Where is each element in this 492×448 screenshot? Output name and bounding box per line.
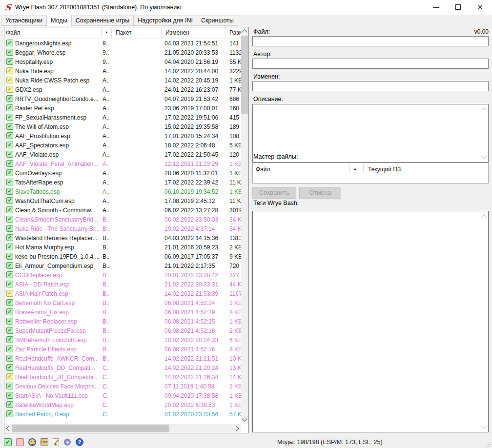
vertical-scroll-thumb[interactable] [241,36,248,114]
table-row[interactable]: ✓SlaveTattoos.espA..06.10.2019 19:34:521… [4,187,241,196]
green-checkbox-icon[interactable]: ✓ [4,438,12,446]
mod-checkbox[interactable]: ✓ [6,271,13,278]
mod-checkbox[interactable]: ✓ [6,308,13,315]
mod-checkbox[interactable]: ✓ [6,281,13,287]
mod-checkbox[interactable]: ✓ [6,383,13,389]
maximize-button[interactable] [447,0,469,15]
table-row[interactable]: ✓WashOutThatCum.espA..17.08.2019 2:45:12… [4,196,241,205]
mod-checkbox[interactable]: ✓ [6,142,13,148]
horizontal-scrollbar[interactable] [4,424,241,433]
table-row[interactable]: ✓Behemoth No Cart.espB..06.08.2021 4:52:… [4,298,241,307]
mod-checkbox[interactable]: ✓ [6,179,13,185]
mod-checkbox[interactable]: ✓ [6,336,13,343]
mod-checkbox[interactable]: ✓ [6,160,13,167]
tab-mods[interactable]: Моды [46,15,72,26]
table-row[interactable]: ✓Raider Pet.espA..23.06.2019 17:00:01160 [4,103,241,113]
table-row[interactable]: ✓Bashed Patch, 0.espC.01.02.2020 23:03:5… [4,409,241,419]
table-row[interactable]: ✓Rottweiler Replacer.espB..06.08.2021 4:… [4,317,241,326]
mod-checkbox[interactable]: ✓ [6,104,13,111]
settings-gear-icon[interactable] [63,438,71,446]
scroll-up-icon[interactable] [481,214,487,220]
table-row[interactable]: ✓Nuka Ride CWSS Patch.espA..14.02.2022 2… [4,76,241,85]
table-row[interactable]: ✓AAF_Violate_Feral_Animation...A..12.12.… [4,159,241,168]
modified-input[interactable] [252,81,489,91]
scroll-right-icon[interactable] [233,426,239,431]
table-row[interactable]: ✓Zaz Particle Effects.espB..06.08.2021 4… [4,345,241,354]
table-row[interactable]: ✓CCOReplacer.espB..20.01.2022 23:28:4232… [4,270,241,280]
author-input[interactable] [252,59,489,69]
file-input[interactable] [252,36,489,46]
mod-checkbox[interactable]: ✓ [6,364,13,371]
scroll-down-icon[interactable] [481,423,487,428]
masters-column-file[interactable]: Файл [256,166,270,173]
table-row[interactable]: ✓DangerousNights.esp9..04.03.2021 21:54:… [4,39,241,48]
mod-checkbox[interactable]: ✓ [6,197,13,204]
scroll-left-icon[interactable] [6,426,11,431]
mod-checkbox[interactable]: ✓ [6,77,13,83]
masters-column-load-order[interactable]: Текущий ПЗ [368,166,401,173]
table-row[interactable]: ✓The Will of Atom.espA..15.02.2022 19:35… [4,122,241,131]
column-header-package[interactable]: Пакет [116,29,131,36]
table-row[interactable]: ✓BraveAnims_Fix.espB..06.08.2021 4:52:19… [4,307,241,317]
cancel-button[interactable]: Отмена [299,187,341,199]
column-header-modified[interactable]: Изменен [165,29,189,36]
mod-checkbox[interactable]: ✓ [6,114,13,121]
table-row[interactable]: ✓Nuka Ride - The Sanctuarry Br...B..19.0… [4,224,241,233]
table-row[interactable]: ✓SMBehemoth Loincloth.espB..18.02.2022 2… [4,335,241,345]
resize-grip[interactable] [486,442,491,447]
mod-checkbox[interactable]: ✓ [6,373,13,380]
table-row[interactable]: ✓TatsAfterRape.espA..17.02.2022 22:39:42… [4,178,241,187]
table-row[interactable]: ✓Nuka Ride.espA..14.02.2022 20:44:003229 [4,66,241,76]
mod-checkbox[interactable]: ✓ [6,225,13,232]
mod-checkbox[interactable]: ✓ [6,67,13,74]
mod-checkbox[interactable]: ✓ [6,234,13,241]
table-row[interactable]: ✓RealHandcuffs_JB_Compatibi...C.14.02.20… [4,372,241,382]
tab-installers[interactable]: Установщики [1,16,47,26]
table-row[interactable]: ✓Eli_Armour_Compendium.espB..21.01.2022 … [4,261,241,270]
mod-checkbox[interactable]: ✓ [6,410,13,417]
table-row[interactable]: ✓FP_SexualHarassment.espA..17.02.2022 19… [4,113,241,122]
scroll-up-icon[interactable] [481,107,487,113]
edit-page-icon[interactable] [53,438,59,446]
mod-checkbox[interactable]: ✓ [6,216,13,223]
mod-checkbox[interactable]: ✓ [6,132,13,139]
table-row[interactable]: ✓CumOverlays.espA..28.06.2020 11:32:011 … [4,168,241,178]
table-row[interactable]: ✓AAF_Violate.espA..17.02.2022 21:50:4512… [4,150,241,159]
mod-checkbox[interactable]: ✓ [6,290,13,297]
mod-checkbox[interactable]: ✓ [6,169,13,176]
vertical-scrollbar[interactable] [241,27,248,424]
table-row[interactable]: ✓Wasteland Heroines Replacer...B..04.03.… [4,233,241,243]
tab-ini-edits[interactable]: Надстройки для INI [134,16,197,26]
column-header-file[interactable]: Файл [6,29,20,36]
table-row[interactable]: ✓Clean & Smooth - Commonw...A..06.02.202… [4,205,241,215]
table-row[interactable]: ✓AAF_Spectators.espA..18.02.2022 2:06:48… [4,141,241,150]
sort-ascending-icon[interactable]: ▲ [105,30,108,34]
mod-checkbox[interactable]: ✓ [6,40,13,46]
save-button[interactable]: Сохранить [252,187,296,199]
mod-checkbox[interactable]: ✓ [6,401,13,408]
table-row[interactable]: ✓RealHandcuffs_DD_Compati...C.14.02.2022… [4,363,241,372]
scroll-down-icon[interactable] [242,416,247,421]
table-row[interactable]: ✓ASIA - DD Patch.espB..21.02.2022 20:33:… [4,280,241,289]
scroll-down-icon[interactable] [481,153,487,159]
mod-checkbox[interactable]: ✓ [6,327,13,334]
mod-checkbox[interactable]: ✓ [6,49,13,56]
table-row[interactable]: ✓Beggar_Whore.esp9..21.05.2020 20:33:531… [4,48,241,57]
mod-checkbox[interactable]: ✓ [6,299,13,306]
table-row[interactable]: ✓Hot Mama Murphy.espB..21.01.2016 20:59:… [4,243,241,252]
mod-checkbox[interactable]: ✓ [6,123,13,130]
scroll-up-icon[interactable] [242,29,247,35]
mod-checkbox[interactable]: ✓ [6,151,13,158]
sort-ascending-icon[interactable]: ▲ [353,167,357,170]
table-row[interactable]: ✓Clean&SmoothSanctuarryBrid...B..06.02.2… [4,215,241,224]
table-row[interactable]: ✓RRTV_GoodneighborCondo.e...A..04.07.201… [4,94,241,103]
mod-checkbox[interactable]: ✓ [6,346,13,352]
mod-checkbox[interactable]: ✓ [6,206,13,213]
table-row[interactable]: ✓AAF_Prostitution.espA..17.01.2020 15:24… [4,131,241,141]
help-icon[interactable]: ? [76,438,83,446]
pink-box-icon[interactable] [16,438,24,446]
table-row[interactable]: ✓GDX2.espA..24.01.2022 16:23:0777 K [4,85,241,94]
table-row[interactable]: ✓ASIA Hair Patch.espB..14.02.2022 21:53:… [4,289,241,298]
table-row[interactable]: ✓keke-bu Preston.19FD9_1.0.4....B..06.09… [4,252,241,261]
tab-screenshots[interactable]: Скриншоты [197,16,238,26]
